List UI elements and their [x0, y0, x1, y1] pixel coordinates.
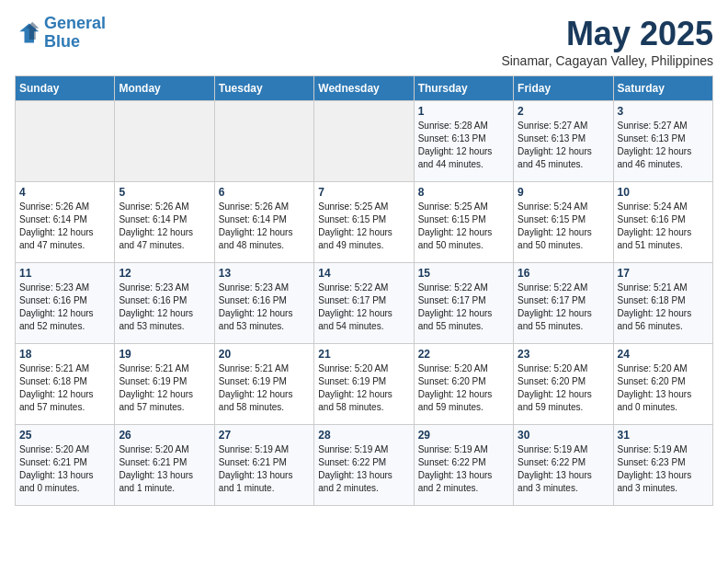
day-info: Sunrise: 5:20 AM Sunset: 6:20 PM Dayligh… — [518, 362, 609, 414]
calendar-cell: 11Sunrise: 5:23 AM Sunset: 6:16 PM Dayli… — [16, 263, 115, 344]
day-number: 23 — [518, 348, 609, 361]
calendar-cell: 3Sunrise: 5:27 AM Sunset: 6:13 PM Daylig… — [613, 101, 712, 182]
day-info: Sunrise: 5:21 AM Sunset: 6:18 PM Dayligh… — [19, 362, 110, 414]
weekday-header: Friday — [514, 76, 613, 101]
day-info: Sunrise: 5:28 AM Sunset: 6:13 PM Dayligh… — [418, 120, 509, 171]
day-number: 30 — [518, 429, 609, 442]
day-info: Sunrise: 5:27 AM Sunset: 6:13 PM Dayligh… — [618, 120, 709, 171]
day-info: Sunrise: 5:25 AM Sunset: 6:15 PM Dayligh… — [318, 201, 409, 252]
calendar-cell: 6Sunrise: 5:26 AM Sunset: 6:14 PM Daylig… — [214, 182, 313, 263]
day-info: Sunrise: 5:19 AM Sunset: 6:21 PM Dayligh… — [219, 443, 310, 495]
day-info: Sunrise: 5:19 AM Sunset: 6:22 PM Dayligh… — [318, 443, 409, 495]
calendar-cell: 8Sunrise: 5:25 AM Sunset: 6:15 PM Daylig… — [414, 182, 513, 263]
logo-line1: General — [44, 14, 106, 32]
weekday-header: Sunday — [16, 76, 115, 101]
calendar-week-row: 4Sunrise: 5:26 AM Sunset: 6:14 PM Daylig… — [16, 182, 713, 263]
weekday-header-row: SundayMondayTuesdayWednesdayThursdayFrid… — [16, 76, 713, 101]
calendar-cell: 17Sunrise: 5:21 AM Sunset: 6:18 PM Dayli… — [613, 263, 712, 344]
day-number: 26 — [119, 429, 210, 442]
weekday-header: Wednesday — [314, 76, 414, 101]
calendar-cell: 7Sunrise: 5:25 AM Sunset: 6:15 PM Daylig… — [314, 182, 414, 263]
calendar-cell: 2Sunrise: 5:27 AM Sunset: 6:13 PM Daylig… — [514, 101, 613, 182]
calendar-cell: 9Sunrise: 5:24 AM Sunset: 6:15 PM Daylig… — [514, 182, 613, 263]
logo-line2: Blue — [44, 32, 80, 51]
day-info: Sunrise: 5:20 AM Sunset: 6:20 PM Dayligh… — [418, 362, 509, 414]
day-number: 7 — [318, 186, 409, 199]
day-number: 1 — [418, 105, 509, 118]
calendar-cell: 5Sunrise: 5:26 AM Sunset: 6:14 PM Daylig… — [115, 182, 214, 263]
calendar-table: SundayMondayTuesdayWednesdayThursdayFrid… — [15, 75, 713, 506]
day-info: Sunrise: 5:22 AM Sunset: 6:17 PM Dayligh… — [418, 282, 509, 333]
calendar-cell: 18Sunrise: 5:21 AM Sunset: 6:18 PM Dayli… — [16, 344, 115, 425]
day-info: Sunrise: 5:27 AM Sunset: 6:13 PM Dayligh… — [518, 120, 609, 171]
day-info: Sunrise: 5:20 AM Sunset: 6:21 PM Dayligh… — [119, 443, 210, 495]
day-number: 21 — [318, 348, 409, 361]
day-number: 29 — [418, 429, 509, 442]
title-block: May 2025 Sinamar, Cagayan Valley, Philip… — [501, 15, 713, 68]
day-number: 12 — [119, 267, 210, 280]
calendar-cell: 29Sunrise: 5:19 AM Sunset: 6:22 PM Dayli… — [414, 425, 513, 506]
day-number: 9 — [518, 186, 609, 199]
calendar-cell: 24Sunrise: 5:20 AM Sunset: 6:20 PM Dayli… — [613, 344, 712, 425]
calendar-cell: 26Sunrise: 5:20 AM Sunset: 6:21 PM Dayli… — [115, 425, 214, 506]
calendar-cell — [115, 101, 214, 182]
day-number: 31 — [618, 429, 709, 442]
weekday-header: Saturday — [613, 76, 712, 101]
day-info: Sunrise: 5:20 AM Sunset: 6:20 PM Dayligh… — [618, 362, 709, 414]
calendar-cell: 19Sunrise: 5:21 AM Sunset: 6:19 PM Dayli… — [115, 344, 214, 425]
day-info: Sunrise: 5:22 AM Sunset: 6:17 PM Dayligh… — [318, 282, 409, 333]
calendar-cell: 30Sunrise: 5:19 AM Sunset: 6:22 PM Dayli… — [514, 425, 613, 506]
day-info: Sunrise: 5:25 AM Sunset: 6:15 PM Dayligh… — [418, 201, 509, 252]
day-number: 15 — [418, 267, 509, 280]
day-number: 3 — [618, 105, 709, 118]
location-subtitle: Sinamar, Cagayan Valley, Philippines — [501, 53, 713, 68]
day-info: Sunrise: 5:21 AM Sunset: 6:19 PM Dayligh… — [219, 362, 310, 414]
calendar-week-row: 25Sunrise: 5:20 AM Sunset: 6:21 PM Dayli… — [16, 425, 713, 506]
day-number: 10 — [618, 186, 709, 199]
day-info: Sunrise: 5:19 AM Sunset: 6:22 PM Dayligh… — [418, 443, 509, 495]
day-number: 19 — [119, 348, 210, 361]
weekday-header: Thursday — [414, 76, 513, 101]
logo-text: General Blue — [44, 15, 106, 52]
calendar-cell: 25Sunrise: 5:20 AM Sunset: 6:21 PM Dayli… — [16, 425, 115, 506]
day-number: 24 — [618, 348, 709, 361]
day-info: Sunrise: 5:22 AM Sunset: 6:17 PM Dayligh… — [518, 282, 609, 333]
day-info: Sunrise: 5:20 AM Sunset: 6:21 PM Dayligh… — [19, 443, 110, 495]
day-number: 28 — [318, 429, 409, 442]
calendar-week-row: 11Sunrise: 5:23 AM Sunset: 6:16 PM Dayli… — [16, 263, 713, 344]
calendar-cell: 14Sunrise: 5:22 AM Sunset: 6:17 PM Dayli… — [314, 263, 414, 344]
day-info: Sunrise: 5:24 AM Sunset: 6:15 PM Dayligh… — [518, 201, 609, 252]
day-number: 4 — [19, 186, 110, 199]
day-info: Sunrise: 5:20 AM Sunset: 6:19 PM Dayligh… — [318, 362, 409, 414]
day-number: 5 — [119, 186, 210, 199]
day-number: 20 — [219, 348, 310, 361]
day-number: 13 — [219, 267, 310, 280]
day-number: 22 — [418, 348, 509, 361]
day-info: Sunrise: 5:21 AM Sunset: 6:18 PM Dayligh… — [618, 282, 709, 333]
day-info: Sunrise: 5:19 AM Sunset: 6:23 PM Dayligh… — [618, 443, 709, 495]
calendar-cell: 10Sunrise: 5:24 AM Sunset: 6:16 PM Dayli… — [613, 182, 712, 263]
day-info: Sunrise: 5:23 AM Sunset: 6:16 PM Dayligh… — [219, 282, 310, 333]
day-info: Sunrise: 5:26 AM Sunset: 6:14 PM Dayligh… — [219, 201, 310, 252]
weekday-header: Monday — [115, 76, 214, 101]
day-number: 14 — [318, 267, 409, 280]
calendar-cell: 13Sunrise: 5:23 AM Sunset: 6:16 PM Dayli… — [214, 263, 313, 344]
day-info: Sunrise: 5:21 AM Sunset: 6:19 PM Dayligh… — [119, 362, 210, 414]
calendar-cell: 20Sunrise: 5:21 AM Sunset: 6:19 PM Dayli… — [214, 344, 313, 425]
day-info: Sunrise: 5:23 AM Sunset: 6:16 PM Dayligh… — [119, 282, 210, 333]
day-number: 6 — [219, 186, 310, 199]
calendar-cell: 16Sunrise: 5:22 AM Sunset: 6:17 PM Dayli… — [514, 263, 613, 344]
calendar-cell: 21Sunrise: 5:20 AM Sunset: 6:19 PM Dayli… — [314, 344, 414, 425]
calendar-cell: 27Sunrise: 5:19 AM Sunset: 6:21 PM Dayli… — [214, 425, 313, 506]
day-number: 25 — [19, 429, 110, 442]
logo: General Blue — [15, 15, 106, 52]
calendar-cell — [314, 101, 414, 182]
day-number: 18 — [19, 348, 110, 361]
day-number: 27 — [219, 429, 310, 442]
day-number: 8 — [418, 186, 509, 199]
page-header: General Blue May 2025 Sinamar, Cagayan V… — [15, 15, 713, 68]
logo-icon — [15, 20, 40, 46]
calendar-cell: 23Sunrise: 5:20 AM Sunset: 6:20 PM Dayli… — [514, 344, 613, 425]
calendar-week-row: 1Sunrise: 5:28 AM Sunset: 6:13 PM Daylig… — [16, 101, 713, 182]
day-info: Sunrise: 5:24 AM Sunset: 6:16 PM Dayligh… — [618, 201, 709, 252]
